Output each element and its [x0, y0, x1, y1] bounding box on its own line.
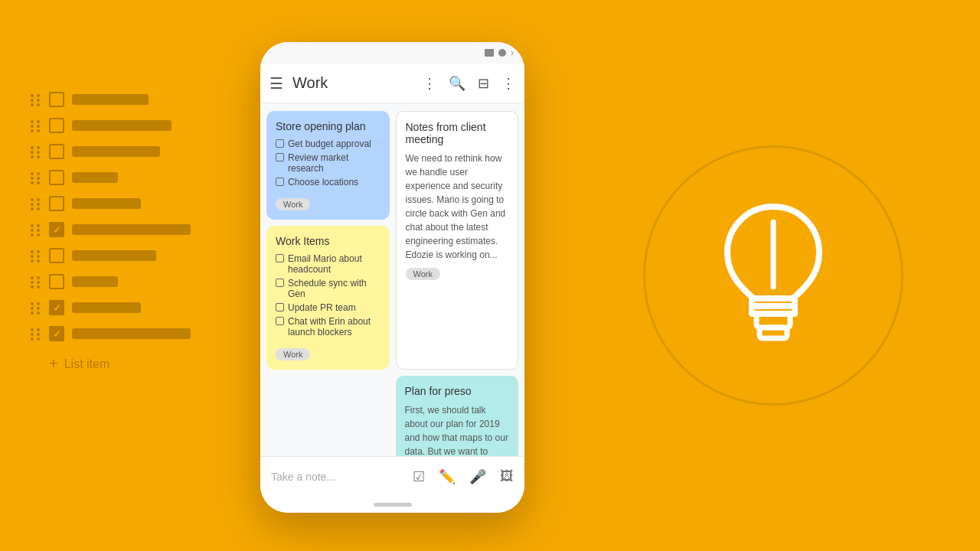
list-item	[31, 274, 191, 289]
checkbox-2[interactable]	[49, 118, 64, 133]
item-bar-9	[72, 302, 141, 313]
bottom-bar: Take a note... ☑ ✏️ 🎤 🖼	[260, 456, 524, 496]
checkbox-5[interactable]	[49, 196, 64, 211]
check-text: Get budget approval	[288, 139, 371, 149]
list-item	[31, 92, 191, 107]
check-text: Choose locations	[288, 177, 358, 187]
bottom-icons: ☑ ✏️ 🎤 🖼	[413, 468, 514, 485]
add-item-row[interactable]: + List item	[49, 355, 191, 373]
checkbox-10[interactable]: ✓	[49, 326, 64, 341]
mini-checkbox[interactable]	[276, 254, 284, 262]
notes-area[interactable]: Store opening plan Get budget approval R…	[260, 103, 524, 456]
keep-logo-panel	[628, 61, 919, 490]
note-text: First, we should talk about our plan for…	[405, 403, 510, 456]
mini-checkbox[interactable]	[276, 279, 284, 287]
note-plan-preso[interactable]: Plan for preso First, we should talk abo…	[396, 376, 519, 456]
mini-checkbox[interactable]	[276, 303, 284, 311]
item-bar-10	[72, 328, 191, 339]
drag-handle[interactable]	[31, 198, 41, 209]
drag-handle[interactable]	[31, 224, 41, 235]
note-tag[interactable]: Work	[276, 348, 310, 360]
checkbox-4[interactable]	[49, 170, 64, 185]
note-tag[interactable]: Work	[276, 198, 310, 210]
check-text: Review market research	[288, 152, 381, 174]
layout-icon[interactable]: ⊟	[478, 75, 489, 92]
list-item	[31, 196, 191, 211]
check-item: Choose locations	[276, 177, 381, 187]
overflow-menu-icon[interactable]: ⋮	[501, 75, 515, 92]
home-indicator	[260, 496, 524, 513]
drag-handle[interactable]	[31, 120, 41, 131]
note-tag[interactable]: Work	[406, 268, 440, 280]
lightbulb-icon	[712, 199, 835, 352]
item-bar-5	[72, 198, 141, 209]
checkbox-1[interactable]	[49, 92, 64, 107]
note-title: Plan for preso	[405, 385, 510, 397]
check-item: Update PR team	[276, 302, 381, 313]
notes-grid: Store opening plan Get budget approval R…	[266, 111, 518, 456]
home-bar[interactable]	[374, 503, 412, 507]
note-title: Store opening plan	[276, 120, 381, 132]
check-item: Chat with Erin about launch blockers	[276, 316, 381, 337]
left-checklist-panel: ✓ ✓ ✓ + List item	[31, 92, 191, 373]
add-icon: +	[49, 355, 58, 373]
image-icon[interactable]: 🖼	[500, 468, 514, 485]
mini-checkbox[interactable]	[276, 178, 284, 186]
list-item	[31, 248, 191, 263]
add-label: List item	[64, 357, 110, 371]
check-item: Get budget approval	[276, 139, 381, 149]
mini-checkbox[interactable]	[276, 317, 284, 325]
item-bar-7	[72, 250, 156, 261]
item-bar-8	[72, 276, 118, 287]
checkbox-7[interactable]	[49, 248, 64, 263]
search-icon[interactable]: 🔍	[449, 75, 466, 92]
chevron-icon: ›	[511, 47, 514, 58]
list-item	[31, 170, 191, 185]
check-text: Update PR team	[288, 302, 356, 313]
logo-circle	[643, 145, 903, 406]
list-item	[31, 144, 191, 159]
mic-icon[interactable]: 🎤	[469, 468, 486, 485]
check-item: Review market research	[276, 152, 381, 174]
note-checklist: Get budget approval Review market resear…	[276, 139, 381, 187]
signal-icon	[498, 49, 506, 57]
drag-handle[interactable]	[31, 302, 41, 313]
checkbox-3[interactable]	[49, 144, 64, 159]
mini-checkbox[interactable]	[276, 153, 284, 161]
note-title: Notes from client meeting	[406, 121, 509, 145]
check-text: Email Mario about headcount	[288, 253, 381, 275]
drag-handle[interactable]	[31, 146, 41, 157]
drag-handle[interactable]	[31, 328, 41, 339]
checkbox-icon[interactable]: ☑	[413, 468, 425, 485]
note-text: We need to rethink how we handle user ex…	[406, 152, 509, 262]
take-note-placeholder[interactable]: Take a note...	[271, 471, 413, 483]
list-item	[31, 118, 191, 133]
battery-icon	[485, 49, 494, 57]
drag-handle[interactable]	[31, 276, 41, 287]
checkbox-8[interactable]	[49, 274, 64, 289]
drag-handle[interactable]	[31, 250, 41, 261]
hamburger-menu-icon[interactable]: ☰	[270, 74, 283, 93]
phone-mockup: › ☰ Work ⋮ 🔍 ⊟ ⋮ Store opening plan Get …	[260, 42, 524, 513]
header-icons: ⋮ 🔍 ⊟ ⋮	[423, 75, 515, 92]
drag-handle[interactable]	[31, 94, 41, 105]
drag-handle[interactable]	[31, 172, 41, 183]
item-bar-3	[72, 146, 160, 157]
list-item: ✓	[31, 326, 191, 341]
brush-icon[interactable]: ✏️	[439, 468, 456, 485]
checkbox-9[interactable]: ✓	[49, 300, 64, 315]
mini-checkbox[interactable]	[276, 139, 284, 148]
check-item: Schedule sync with Gen	[276, 278, 381, 299]
item-bar-4	[72, 172, 118, 183]
more-dots-icon[interactable]: ⋮	[423, 75, 436, 92]
svg-rect-3	[760, 328, 787, 338]
check-item: Email Mario about headcount	[276, 253, 381, 275]
checkbox-6[interactable]: ✓	[49, 222, 64, 237]
note-work-items[interactable]: Work Items Email Mario about headcount S…	[266, 226, 390, 370]
status-bar: ›	[260, 42, 524, 64]
note-store-opening[interactable]: Store opening plan Get budget approval R…	[266, 111, 390, 220]
list-item: ✓	[31, 222, 191, 237]
header-title: Work	[292, 74, 423, 92]
note-client-meeting[interactable]: Notes from client meeting We need to ret…	[396, 111, 519, 370]
note-title: Work Items	[276, 235, 381, 247]
